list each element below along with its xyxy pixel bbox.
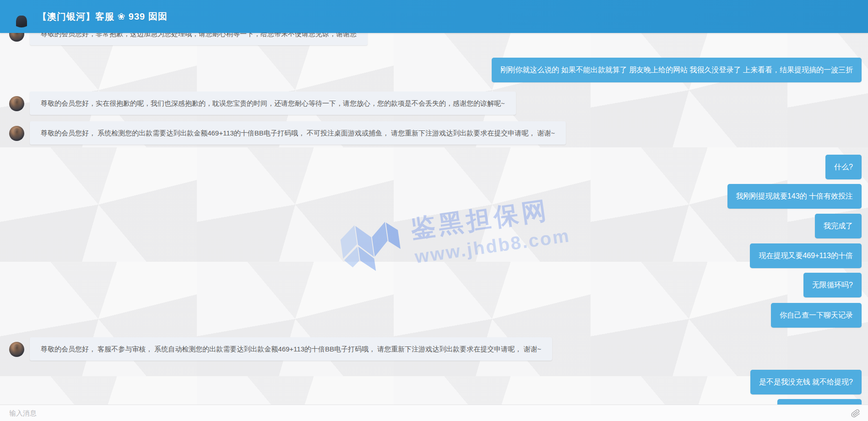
watermark: 鉴黑担保网 www.jhdb8.com <box>337 191 571 277</box>
user-message-bubble: 我完成了 <box>815 214 862 238</box>
agent-avatar <box>9 342 24 357</box>
message-row: 尊敬的会员您好，实在很抱歉的呢，我们也深感抱歉的，耽误您宝贵的时间，还请您耐心等… <box>0 92 868 115</box>
user-message-bubble: 刚刚你就这么说的 如果不能出款就算了 朋友晚上给的网站 我很久没登录了 上来看看… <box>492 58 862 82</box>
watermark-text: 鉴黑担保网 www.jhdb8.com <box>409 191 571 267</box>
message-row: 尊敬的会员您好， 客服不参与审核， 系统自动检测您的出款需要达到出款金额469+… <box>0 337 868 361</box>
paperclip-icon <box>850 407 861 419</box>
agent-message-bubble: 尊敬的会员您好， 客服不参与审核， 系统自动检测您的出款需要达到出款金额469+… <box>30 337 552 361</box>
agent-avatar <box>9 126 24 141</box>
message-input[interactable] <box>8 409 850 417</box>
agent-message-bubble: 尊敬的会员您好，非常抱歉，这边加急为您处理哦，请您耐心稍等一下，给您带来不便请您… <box>30 33 368 45</box>
chat-header: 【澳门银河】客服 ❀ 939 囡囡 <box>0 0 868 33</box>
attach-file-button[interactable] <box>850 407 862 419</box>
agent-avatar <box>9 96 24 111</box>
message-row: 尊敬的会员您好， 系统检测您的出款需要达到出款金额469+113的十倍BB电子打… <box>0 121 868 145</box>
chat-title: 【澳门银河】客服 ❀ 939 囡囡 <box>38 11 168 23</box>
user-message-bubble: 现在提现又要469+113的十倍 <box>750 243 862 268</box>
agent-profile-avatar <box>10 5 33 27</box>
watermark-site-name: 鉴黑担保网 <box>409 191 569 246</box>
message-composer <box>0 405 868 421</box>
agent-avatar <box>9 33 24 42</box>
message-row: 尊敬的会员您好，非常抱歉，这边加急为您处理哦，请您耐心稍等一下，给您带来不便请您… <box>0 33 868 45</box>
user-message-bubble: 是不是我没充钱 就不给提现? <box>750 370 862 394</box>
agent-message-bubble: 尊敬的会员您好，实在很抱歉的呢，我们也深感抱歉的，耽误您宝贵的时间，还请您耐心等… <box>30 92 516 115</box>
user-message-bubble: 你自己查一下聊天记录 <box>771 303 862 328</box>
agent-message-bubble: 尊敬的会员您好， 系统检测您的出款需要达到出款金额469+113的十倍BB电子打… <box>30 121 566 145</box>
user-message-bubble: 我刚刚提现就要143的 十倍有效投注 <box>727 184 862 209</box>
chat-message-area[interactable]: 鉴黑担保网 www.jhdb8.com 尊敬的会员您好，非常抱歉，这边加急为您处… <box>0 33 868 405</box>
user-message-bubble: 无限循环吗? <box>803 273 862 297</box>
user-message-bubble: 什么? <box>825 155 862 179</box>
watermark-site-url: www.jhdb8.com <box>413 225 571 267</box>
jhdb8-logo-icon <box>337 215 404 277</box>
